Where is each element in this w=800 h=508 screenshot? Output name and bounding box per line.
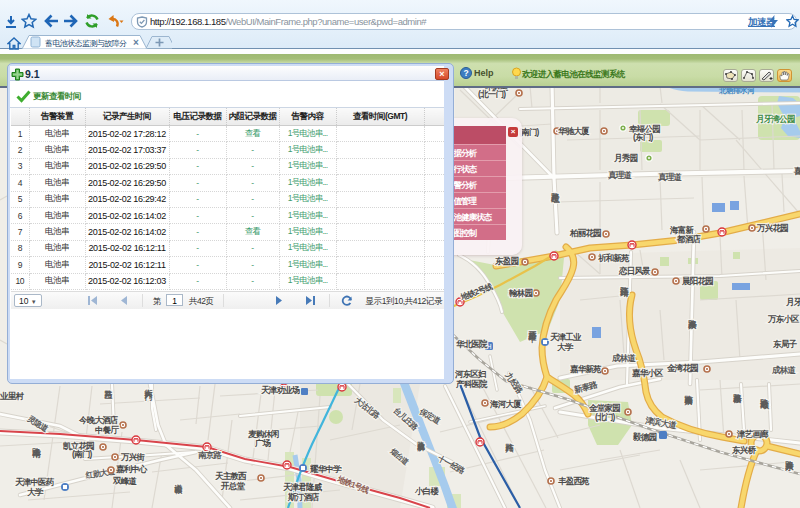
- svg-text:(北门): (北门): [595, 412, 615, 422]
- svg-text:H: H: [486, 343, 491, 350]
- svg-text:东局子: 东局子: [772, 339, 797, 349]
- svg-text:真理道: 真理道: [608, 170, 632, 180]
- svg-text:喜: 喜: [793, 166, 800, 176]
- svg-text:(东门): (东门): [633, 132, 653, 142]
- svg-text:天津劝业场: 天津劝业场: [260, 385, 300, 395]
- svg-text:月牙: 月牙: [785, 297, 800, 307]
- svg-text:双峰道: 双峰道: [112, 476, 137, 486]
- svg-text:津艺画廊: 津艺画廊: [736, 429, 769, 439]
- svg-text:?: ?: [463, 68, 468, 78]
- svg-text:嘉华小区: 嘉华小区: [632, 368, 664, 378]
- svg-text:月秀园: 月秀园: [613, 153, 637, 163]
- svg-text:晨阳花园: 晨阳花园: [681, 276, 713, 286]
- svg-text:(北一门): (北一门): [478, 89, 506, 99]
- svg-text:天主教西: 天主教西: [214, 471, 247, 481]
- svg-text:恋日风景: 恋日风景: [618, 266, 651, 276]
- svg-text:河东区妇: 河东区妇: [454, 369, 486, 379]
- svg-text:耀华中学: 耀华中学: [309, 464, 342, 474]
- svg-text:业里村: 业里村: [0, 391, 24, 401]
- svg-text:斯汀酒店: 斯汀酒店: [287, 492, 320, 502]
- svg-text:毅德园: 毅德园: [632, 432, 656, 442]
- svg-text:万东小区: 万东小区: [767, 314, 800, 324]
- svg-text:海河大厦: 海河大厦: [489, 399, 522, 409]
- svg-text:华北医院: 华北医院: [455, 339, 488, 349]
- svg-text:大学: 大学: [27, 487, 44, 497]
- svg-text:真理道: 真理道: [658, 172, 682, 182]
- svg-text:天津工业: 天津工业: [549, 332, 582, 342]
- svg-text:今晚大酒店: 今晚大酒店: [78, 415, 119, 425]
- svg-text:南京路: 南京路: [198, 450, 222, 460]
- svg-text:天津君隆威: 天津君隆威: [282, 482, 323, 492]
- svg-text:嘉华新苑: 嘉华新苑: [570, 364, 602, 374]
- svg-text:(南门): (南门): [519, 127, 539, 137]
- svg-text:(南门): (南门): [72, 449, 92, 459]
- svg-text:月牙湾公园: 月牙湾公园: [755, 114, 795, 124]
- svg-text:柏丽花园: 柏丽花园: [569, 228, 601, 238]
- svg-text:万兴街: 万兴街: [120, 452, 145, 462]
- svg-text:中餐厅: 中餐厅: [95, 425, 119, 435]
- svg-text:都酒店: 都酒店: [676, 234, 701, 244]
- svg-text:东兴桥: 东兴桥: [731, 445, 756, 455]
- svg-text:华驰大厦: 华驰大厦: [557, 126, 590, 136]
- svg-text:小白楼: 小白楼: [414, 486, 439, 496]
- svg-text:丰盈西苑: 丰盈西苑: [558, 476, 590, 486]
- svg-text:祈和新苑: 祈和新苑: [597, 253, 630, 263]
- svg-text:翰林园: 翰林园: [508, 288, 532, 298]
- svg-text:成林道: 成林道: [771, 365, 796, 375]
- svg-text:产科医院: 产科医院: [455, 379, 488, 389]
- svg-text:广场: 广场: [254, 438, 271, 448]
- svg-text:万兴花园: 万兴花园: [756, 223, 788, 233]
- svg-text:嘉利中心: 嘉利中心: [116, 464, 148, 474]
- svg-text:大学: 大学: [557, 342, 574, 352]
- svg-text:天津中医药: 天津中医药: [14, 477, 55, 487]
- svg-text:开总堂: 开总堂: [220, 481, 245, 491]
- svg-text:北塘排水河: 北塘排水河: [718, 88, 755, 95]
- svg-text:成林道: 成林道: [611, 353, 636, 363]
- svg-text:东盈园: 东盈园: [494, 256, 518, 266]
- svg-text:金湾花园: 金湾花园: [666, 363, 698, 373]
